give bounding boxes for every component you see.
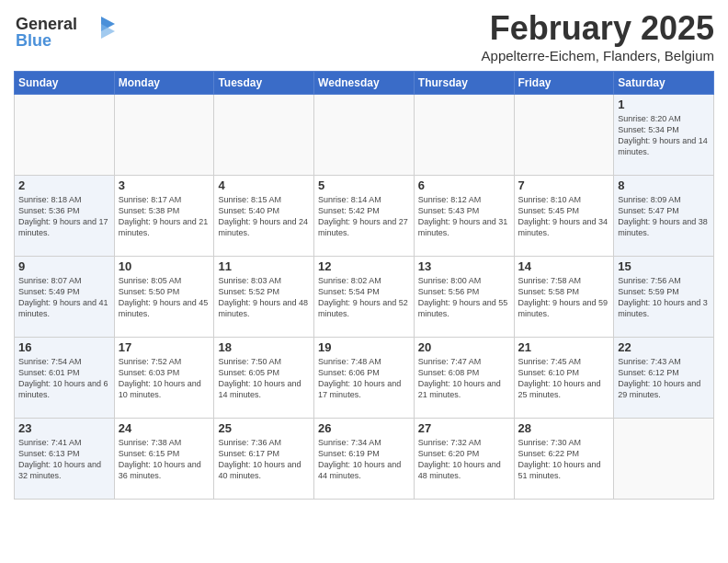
day-info: Sunrise: 7:32 AM Sunset: 6:20 PM Dayligh… [418,437,510,482]
day-number: 17 [119,340,210,354]
day-number: 28 [518,421,610,435]
calendar-cell: 26Sunrise: 7:34 AM Sunset: 6:19 PM Dayli… [314,419,415,500]
day-number: 24 [119,421,210,435]
logo-text: General Blue [14,9,115,54]
day-info: Sunrise: 7:58 AM Sunset: 5:58 PM Dayligh… [518,275,610,320]
calendar-cell: 18Sunrise: 7:50 AM Sunset: 6:05 PM Dayli… [214,338,314,419]
header-thursday: Thursday [414,72,514,95]
day-info: Sunrise: 8:09 AM Sunset: 5:47 PM Dayligh… [618,194,710,239]
day-number: 21 [518,340,610,354]
calendar-cell: 24Sunrise: 7:38 AM Sunset: 6:15 PM Dayli… [114,419,214,500]
day-number: 10 [119,259,210,273]
day-number: 7 [518,178,610,192]
calendar-cell: 2Sunrise: 8:18 AM Sunset: 5:36 PM Daylig… [15,176,115,257]
calendar-cell: 1Sunrise: 8:20 AM Sunset: 5:34 PM Daylig… [614,95,714,176]
day-info: Sunrise: 7:43 AM Sunset: 6:12 PM Dayligh… [618,356,710,401]
header-wednesday: Wednesday [314,72,415,95]
day-number: 13 [418,259,510,273]
day-number: 9 [18,259,110,273]
calendar-cell [214,95,314,176]
calendar-cell: 22Sunrise: 7:43 AM Sunset: 6:12 PM Dayli… [614,338,714,419]
day-info: Sunrise: 8:07 AM Sunset: 5:49 PM Dayligh… [18,275,110,320]
week-row-4: 23Sunrise: 7:41 AM Sunset: 6:13 PM Dayli… [15,419,714,500]
calendar-cell: 19Sunrise: 7:48 AM Sunset: 6:06 PM Dayli… [314,338,415,419]
day-info: Sunrise: 7:52 AM Sunset: 6:03 PM Dayligh… [119,356,210,401]
day-number: 1 [618,98,710,111]
header-monday: Monday [114,72,214,95]
calendar-cell: 15Sunrise: 7:56 AM Sunset: 5:59 PM Dayli… [614,257,714,338]
day-info: Sunrise: 7:34 AM Sunset: 6:19 PM Dayligh… [318,437,410,482]
calendar-subtitle: Appelterre-Eichem, Flanders, Belgium [482,48,714,63]
header-sunday: Sunday [15,72,115,95]
day-number: 20 [418,340,510,354]
day-number: 6 [418,178,510,192]
day-number: 22 [618,340,710,354]
calendar-cell [614,419,714,500]
calendar-cell [414,95,514,176]
svg-text:General: General [16,15,77,33]
day-info: Sunrise: 8:18 AM Sunset: 5:36 PM Dayligh… [18,194,110,239]
day-info: Sunrise: 7:38 AM Sunset: 6:15 PM Dayligh… [119,437,210,482]
calendar-cell: 27Sunrise: 7:32 AM Sunset: 6:20 PM Dayli… [414,419,514,500]
calendar-cell: 28Sunrise: 7:30 AM Sunset: 6:22 PM Dayli… [514,419,614,500]
calendar-cell: 14Sunrise: 7:58 AM Sunset: 5:58 PM Dayli… [514,257,614,338]
day-number: 26 [318,421,410,435]
calendar-cell: 21Sunrise: 7:45 AM Sunset: 6:10 PM Dayli… [514,338,614,419]
calendar-cell [114,95,214,176]
day-info: Sunrise: 8:10 AM Sunset: 5:45 PM Dayligh… [518,194,610,239]
day-info: Sunrise: 7:45 AM Sunset: 6:10 PM Dayligh… [518,356,610,401]
calendar-cell: 10Sunrise: 8:05 AM Sunset: 5:50 PM Dayli… [114,257,214,338]
header: General Blue February 2025 Appelterre-Ei… [14,9,714,63]
calendar-cell: 20Sunrise: 7:47 AM Sunset: 6:08 PM Dayli… [414,338,514,419]
day-info: Sunrise: 8:14 AM Sunset: 5:42 PM Dayligh… [318,194,410,239]
day-number: 16 [18,340,110,354]
calendar-cell: 17Sunrise: 7:52 AM Sunset: 6:03 PM Dayli… [114,338,214,419]
calendar-cell: 5Sunrise: 8:14 AM Sunset: 5:42 PM Daylig… [314,176,415,257]
week-row-0: 1Sunrise: 8:20 AM Sunset: 5:34 PM Daylig… [15,95,714,176]
day-number: 27 [418,421,510,435]
calendar-cell: 9Sunrise: 8:07 AM Sunset: 5:49 PM Daylig… [15,257,115,338]
week-row-1: 2Sunrise: 8:18 AM Sunset: 5:36 PM Daylig… [15,176,714,257]
day-number: 15 [618,259,710,273]
calendar-cell: 25Sunrise: 7:36 AM Sunset: 6:17 PM Dayli… [214,419,314,500]
calendar-cell: 3Sunrise: 8:17 AM Sunset: 5:38 PM Daylig… [114,176,214,257]
day-info: Sunrise: 8:02 AM Sunset: 5:54 PM Dayligh… [318,275,410,320]
day-number: 8 [618,178,710,192]
calendar-cell: 13Sunrise: 8:00 AM Sunset: 5:56 PM Dayli… [414,257,514,338]
day-header-row: SundayMondayTuesdayWednesdayThursdayFrid… [15,72,714,95]
calendar-cell: 11Sunrise: 8:03 AM Sunset: 5:52 PM Dayli… [214,257,314,338]
day-info: Sunrise: 7:48 AM Sunset: 6:06 PM Dayligh… [318,356,410,401]
calendar-cell [314,95,415,176]
day-info: Sunrise: 7:30 AM Sunset: 6:22 PM Dayligh… [518,437,610,482]
header-tuesday: Tuesday [214,72,314,95]
calendar-cell: 12Sunrise: 8:02 AM Sunset: 5:54 PM Dayli… [314,257,415,338]
week-row-3: 16Sunrise: 7:54 AM Sunset: 6:01 PM Dayli… [15,338,714,419]
day-number: 4 [218,178,310,192]
svg-text:Blue: Blue [16,31,51,50]
day-info: Sunrise: 8:03 AM Sunset: 5:52 PM Dayligh… [218,275,310,320]
day-number: 23 [18,421,110,435]
day-info: Sunrise: 7:36 AM Sunset: 6:17 PM Dayligh… [218,437,310,482]
day-info: Sunrise: 7:50 AM Sunset: 6:05 PM Dayligh… [218,356,310,401]
day-number: 11 [218,259,310,273]
day-number: 12 [318,259,410,273]
calendar-cell: 6Sunrise: 8:12 AM Sunset: 5:43 PM Daylig… [414,176,514,257]
day-info: Sunrise: 7:56 AM Sunset: 5:59 PM Dayligh… [618,275,710,320]
day-info: Sunrise: 8:12 AM Sunset: 5:43 PM Dayligh… [418,194,510,239]
calendar-cell: 7Sunrise: 8:10 AM Sunset: 5:45 PM Daylig… [514,176,614,257]
day-info: Sunrise: 8:00 AM Sunset: 5:56 PM Dayligh… [418,275,510,320]
calendar-title: February 2025 [482,9,714,48]
day-info: Sunrise: 8:05 AM Sunset: 5:50 PM Dayligh… [119,275,210,320]
calendar-cell: 23Sunrise: 7:41 AM Sunset: 6:13 PM Dayli… [15,419,115,500]
day-info: Sunrise: 7:54 AM Sunset: 6:01 PM Dayligh… [18,356,110,401]
day-info: Sunrise: 8:20 AM Sunset: 5:34 PM Dayligh… [618,113,710,158]
day-number: 18 [218,340,310,354]
logo: General Blue [14,9,115,54]
day-info: Sunrise: 8:17 AM Sunset: 5:38 PM Dayligh… [119,194,210,239]
calendar-cell [514,95,614,176]
day-info: Sunrise: 8:15 AM Sunset: 5:40 PM Dayligh… [218,194,310,239]
calendar-table: SundayMondayTuesdayWednesdayThursdayFrid… [14,71,714,500]
day-number: 5 [318,178,410,192]
week-row-2: 9Sunrise: 8:07 AM Sunset: 5:49 PM Daylig… [15,257,714,338]
page-container: General Blue February 2025 Appelterre-Ei… [0,0,728,509]
